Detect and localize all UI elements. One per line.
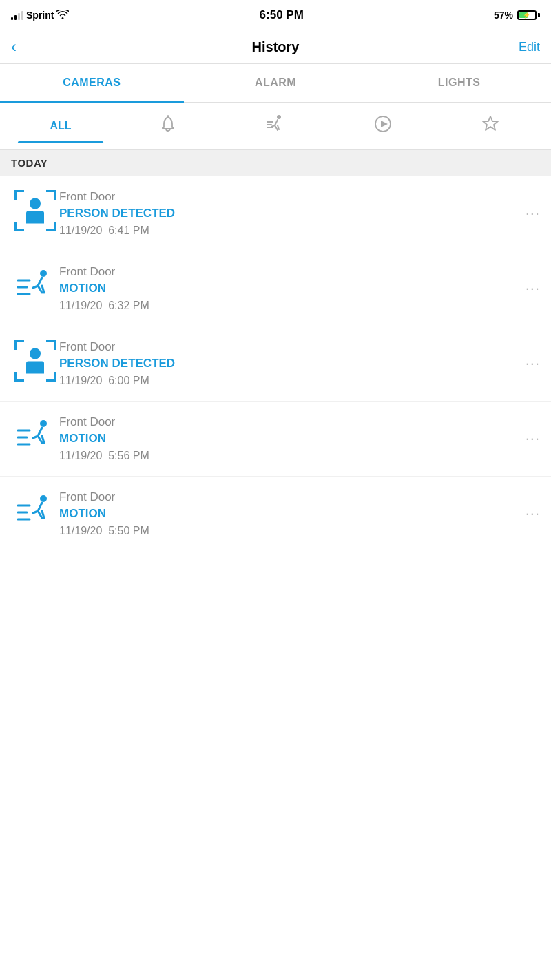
runner-icon [265,114,286,138]
person-head [30,348,41,359]
event-time: 11/19/20 5:50 PM [59,525,526,537]
person-figure [26,348,44,374]
battery-bolt-icon: ⚡ [523,12,530,19]
more-options-button[interactable]: ··· [526,505,540,523]
event-time: 11/19/20 5:56 PM [59,450,526,462]
battery-body: ⚡ [517,10,537,20]
motion-icon [14,265,56,306]
person-body [26,211,44,224]
more-options-button[interactable]: ··· [526,355,540,373]
nav-bar: ‹ History Edit [0,30,551,64]
svg-point-12 [40,420,47,427]
motion-icon [14,490,56,532]
filter-all-label: ALL [50,120,71,132]
corner-tl [14,340,24,350]
tab-alarm[interactable]: ALARM [184,64,368,102]
section-today-label: TODAY [11,157,48,169]
motion-icon-container [11,490,59,532]
corner-tr [46,340,56,350]
status-time: 6:50 PM [260,8,304,22]
page-title: History [252,39,300,55]
category-tabs: CAMERAS ALARM LIGHTS [0,64,551,103]
status-bar: Sprint 6:50 PM 57% ⚡ [0,0,551,30]
battery-percent: 57% [494,10,513,21]
tab-lights[interactable]: LIGHTS [367,64,551,102]
status-bar-left: Sprint [11,10,69,21]
person-detect-icon-container [11,340,59,382]
bell-icon [159,115,177,137]
event-content: Front Door MOTION 11/19/20 5:50 PM [59,490,526,537]
event-type: PERSON DETECTED [59,357,526,371]
signal-bar-2 [14,15,17,20]
event-type: MOTION [59,432,526,446]
person-detect-icon [14,340,56,382]
event-item[interactable]: Front Door PERSON DETECTED 11/19/20 6:00… [0,326,551,402]
person-body [26,362,44,374]
filter-motion[interactable] [222,103,329,149]
event-time: 11/19/20 6:32 PM [59,300,526,312]
event-time: 11/19/20 6:00 PM [59,375,526,387]
event-item[interactable]: Front Door MOTION 11/19/20 6:32 PM ··· [0,251,551,326]
battery-container: ⚡ [517,10,540,20]
event-content: Front Door MOTION 11/19/20 6:32 PM [59,265,526,312]
svg-marker-4 [483,116,498,130]
corner-bl [14,372,24,382]
section-today-header: TODAY [0,150,551,176]
tab-cameras[interactable]: CAMERAS [0,64,184,103]
event-content: Front Door PERSON DETECTED 11/19/20 6:41… [59,190,526,237]
motion-icon-container [11,265,59,306]
signal-bar-3 [18,13,20,20]
event-content: Front Door MOTION 11/19/20 5:56 PM [59,415,526,462]
event-camera: Front Door [59,415,526,429]
motion-icon [14,415,56,457]
corner-br [46,222,56,231]
filter-favorites[interactable] [437,104,544,148]
event-item[interactable]: Front Door MOTION 11/19/20 5:50 PM ··· [0,477,551,551]
play-icon [374,115,392,137]
person-detect-icon [14,190,56,231]
filter-notifications[interactable] [114,104,222,148]
svg-point-8 [40,270,47,277]
carrier-label: Sprint [26,10,54,21]
person-detect-icon-container [11,190,59,231]
signal-bars [11,10,23,20]
edit-button[interactable]: Edit [512,40,540,54]
corner-tl [14,190,24,200]
more-options-button[interactable]: ··· [526,280,540,298]
event-item[interactable]: Front Door MOTION 11/19/20 5:56 PM ··· [0,402,551,477]
signal-bar-1 [11,17,13,20]
star-icon [481,115,499,137]
event-camera: Front Door [59,190,526,204]
tab-cameras-label: CAMERAS [63,76,121,88]
svg-point-1 [277,115,281,119]
event-camera: Front Door [59,490,526,504]
corner-br [46,372,56,382]
more-options-button[interactable]: ··· [526,205,540,222]
battery-tip [538,13,540,17]
event-camera: Front Door [59,340,526,354]
event-type: PERSON DETECTED [59,207,526,220]
event-time: 11/19/20 6:41 PM [59,225,526,237]
filter-tabs: ALL [0,103,551,150]
person-head [30,198,41,209]
person-figure [26,198,44,224]
filter-all[interactable]: ALL [7,109,114,143]
svg-marker-3 [381,121,388,127]
tab-alarm-label: ALARM [255,76,296,88]
event-type: MOTION [59,282,526,295]
motion-icon-container [11,415,59,457]
event-item[interactable]: Front Door PERSON DETECTED 11/19/20 6:41… [0,176,551,251]
event-camera: Front Door [59,265,526,279]
signal-bar-4 [21,11,23,20]
corner-bl [14,222,24,231]
event-content: Front Door PERSON DETECTED 11/19/20 6:00… [59,340,526,387]
status-bar-right: 57% ⚡ [494,10,540,21]
back-button[interactable]: ‹ [11,37,39,56]
event-type: MOTION [59,507,526,521]
tab-lights-label: LIGHTS [438,76,481,88]
svg-point-16 [40,495,47,502]
corner-tr [46,190,56,200]
wifi-icon [56,10,69,21]
more-options-button[interactable]: ··· [526,430,540,448]
filter-playback[interactable] [329,104,437,148]
